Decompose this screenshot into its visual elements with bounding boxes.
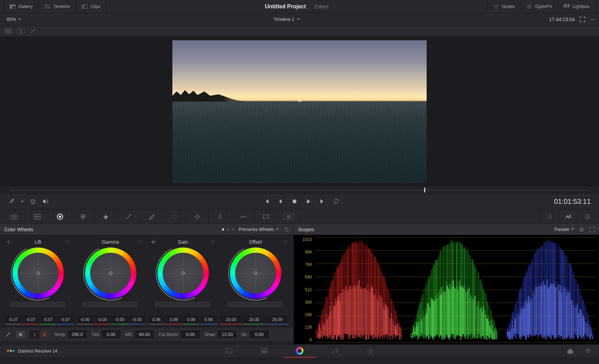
page-1-button[interactable]: 1 [30,330,40,339]
chevron-down-icon[interactable] [21,201,24,202]
value-box[interactable]: 0.98 [200,315,217,324]
value-box[interactable]: -0.00 [111,315,128,324]
jog-wheel[interactable] [83,302,138,307]
color-wheel[interactable] [85,248,136,299]
reset-icon[interactable] [210,239,215,245]
stop-icon[interactable] [291,198,298,205]
more-icon[interactable] [590,17,596,22]
home-icon[interactable] [566,347,574,354]
viewer-canvas[interactable] [172,40,427,183]
key-tool[interactable] [232,209,255,224]
md-value[interactable]: 40.00 [135,330,154,338]
scopes-expand-icon[interactable] [589,227,595,232]
rgb-mixer-tool[interactable] [71,209,94,224]
motion-effects-tool[interactable] [94,209,117,224]
edit-page-icon[interactable] [260,347,268,354]
magic-wand-icon[interactable] [30,28,37,34]
crosshair-icon[interactable] [223,239,229,245]
curves-tool[interactable] [117,209,140,224]
scopes-tool[interactable] [559,209,577,224]
skip-forward-icon[interactable] [319,198,325,205]
value-box[interactable]: 25.00 [266,315,289,324]
camera-raw-tool[interactable] [3,209,26,224]
gallery-button[interactable]: Gallery [3,0,38,13]
jog-wheel[interactable] [228,302,283,307]
value-box[interactable]: 0.98 [183,315,199,324]
playhead[interactable] [424,188,425,192]
layers-icon[interactable] [30,198,36,205]
settings-icon[interactable] [584,347,592,354]
picker-icon[interactable] [78,239,84,245]
hl-value[interactable]: 0.00 [250,330,269,338]
color-wheels-tool[interactable] [49,209,71,224]
timeline-button[interactable]: Timeline [38,0,76,13]
value-box[interactable]: 25.00 [220,315,242,324]
auto-button[interactable]: A [16,331,25,338]
value-box[interactable]: -0.07 [22,315,39,324]
color-match-tool[interactable] [26,209,49,224]
zoom-dropdown[interactable]: 65% [3,17,24,22]
value-box[interactable]: -0.00 [94,315,111,324]
reset-icon[interactable] [137,239,143,245]
tracker-tool[interactable] [186,209,209,224]
color-wheel[interactable] [230,248,281,299]
deliver-page-icon[interactable] [367,347,374,354]
layout-single-icon[interactable] [5,28,12,34]
wheel-label: Lift [35,239,41,245]
layout-dual-icon[interactable] [17,28,24,34]
speaker-icon[interactable] [42,198,49,205]
jog-wheel[interactable] [10,302,66,307]
auto-balance-icon[interactable] [5,331,11,338]
clips-button[interactable]: Clips [76,0,106,13]
value-box[interactable]: -0.07 [5,315,22,324]
value-box[interactable]: -0.07 [40,315,56,324]
blur-tool[interactable] [209,209,232,224]
color-wheel[interactable] [12,248,64,299]
scopes-mode-dropdown[interactable]: Parade [555,227,574,232]
value-box[interactable]: 25.00 [243,315,265,324]
color-page-icon[interactable] [296,347,303,355]
color-wheels-panel: Color Wheels Primaries Wheels Lift Gamma… [0,224,294,344]
sizing-tool[interactable] [255,209,277,224]
col-boost-value[interactable]: 0.00 [181,330,200,338]
fairlight-page-icon[interactable] [331,347,339,354]
temp-value[interactable]: 290.0 [68,330,87,338]
openfx-button[interactable]: fx OpenFX [521,0,558,13]
picker-icon[interactable] [6,239,11,245]
value-box[interactable]: -0.07 [57,315,74,324]
tools-row: 3D [0,209,599,224]
play-icon[interactable] [305,198,311,205]
skip-back-icon[interactable] [264,198,270,205]
crosshair-icon[interactable] [151,239,156,245]
value-box[interactable]: 0.98 [148,315,165,324]
jog-wheel[interactable] [155,302,211,307]
reset-all-icon[interactable] [284,227,289,232]
loop-icon[interactable] [333,198,339,205]
value-box[interactable]: 0.98 [165,315,182,324]
nodes-button[interactable]: Nodes [487,0,521,13]
value-box[interactable]: -0.00 [77,315,93,324]
scrubber[interactable] [0,186,599,194]
keyframes-tool[interactable] [540,209,559,224]
lightbox-button[interactable]: Lightbox [558,0,596,13]
window-tool[interactable] [163,209,186,224]
timeline-dropdown[interactable]: Timeline 1 [274,17,300,22]
qualifier-tool[interactable] [140,209,163,224]
stereo-3d-tool[interactable]: 3D [277,209,300,224]
color-wheel[interactable] [157,248,209,299]
reset-icon[interactable] [65,239,70,245]
expand-icon[interactable] [580,17,585,22]
value-box[interactable]: -0.00 [129,315,145,324]
primaries-mode-dropdown[interactable]: Primaries Wheels [239,227,279,232]
page-dots[interactable] [222,228,234,231]
reset-icon[interactable] [282,239,288,245]
step-back-icon[interactable] [277,198,284,205]
eyedropper-icon[interactable] [8,198,15,205]
svg-rect-796 [261,353,267,353]
page-2-button[interactable]: 2 [40,330,49,339]
tint-value[interactable]: 0.00 [102,330,120,338]
media-page-icon[interactable] [225,347,233,354]
info-tool[interactable] [577,209,596,224]
shad-value[interactable]: 13.50 [218,330,237,338]
scopes-settings-icon[interactable] [579,227,584,232]
